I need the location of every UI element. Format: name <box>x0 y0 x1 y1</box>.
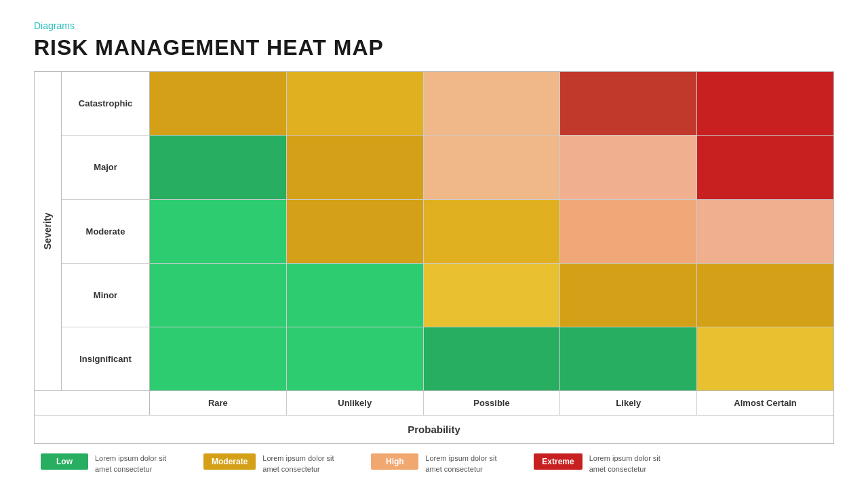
cell-4-4 <box>697 327 833 390</box>
data-grid <box>150 72 833 390</box>
legend-text-high: Lorem ipsum dolor sit amet consectetur <box>425 453 513 474</box>
cell-3-4 <box>697 264 833 327</box>
cell-0-1 <box>287 72 424 135</box>
col-header-unlikely: Unlikely <box>287 391 424 415</box>
legend-badge-moderate: Moderate <box>203 453 256 470</box>
row-label-major: Major <box>62 136 149 199</box>
legend-item-low: Low Lorem ipsum dolor sit amet consectet… <box>41 453 183 474</box>
data-row-1 <box>150 136 833 199</box>
cell-4-2 <box>424 327 561 390</box>
cell-0-0 <box>150 72 287 135</box>
cell-4-1 <box>287 327 424 390</box>
cell-2-4 <box>697 200 833 263</box>
legend-text-low: Lorem ipsum dolor sit amet consectetur <box>95 453 183 474</box>
col-header-almost-certain: Almost Certain <box>697 391 833 415</box>
col-header-spacer <box>35 391 150 415</box>
severity-label-col: Severity <box>35 72 62 390</box>
data-row-3 <box>150 264 833 327</box>
cell-4-3 <box>560 327 697 390</box>
cell-3-3 <box>560 264 697 327</box>
legend-item-high: High Lorem ipsum dolor sit amet consecte… <box>371 453 513 474</box>
legend-text-moderate: Lorem ipsum dolor sit amet consectetur <box>262 453 351 474</box>
col-headers-row: Rare Unlikely Possible Likely Almost Cer… <box>35 390 833 415</box>
legend-badge-high: High <box>371 453 418 470</box>
legend-badge-extreme: Extreme <box>534 453 582 470</box>
legend-item-moderate: Moderate Lorem ipsum dolor sit amet cons… <box>203 453 351 474</box>
row-labels-col: Catastrophic Major Moderate Minor Insign… <box>62 72 150 390</box>
cell-1-1 <box>287 136 424 199</box>
page-title: RISK MANAGEMENT HEAT MAP <box>34 35 834 60</box>
legend-badge-low: Low <box>41 453 88 470</box>
grid-area: Severity Catastrophic Major Moderate Min… <box>35 72 833 390</box>
cell-1-0 <box>150 136 287 199</box>
cell-1-2 <box>424 136 561 199</box>
row-label-moderate: Moderate <box>62 200 149 264</box>
heatmap-chart: Severity Catastrophic Major Moderate Min… <box>34 71 834 444</box>
cell-3-2 <box>424 264 561 327</box>
cell-1-3 <box>560 136 697 199</box>
row-label-insignificant: Insignificant <box>62 327 149 390</box>
severity-label: Severity <box>43 213 54 249</box>
data-row-0 <box>150 72 833 136</box>
col-headers: Rare Unlikely Possible Likely Almost Cer… <box>150 391 833 415</box>
section-label: Diagrams <box>34 20 834 31</box>
cell-4-0 <box>150 327 287 390</box>
cell-0-2 <box>424 72 561 135</box>
page: Diagrams RISK MANAGEMENT HEAT MAP Severi… <box>0 0 868 488</box>
legend-item-extreme: Extreme Lorem ipsum dolor sit amet conse… <box>534 453 677 474</box>
probability-label: Probability <box>35 415 833 443</box>
data-row-2 <box>150 200 833 264</box>
cell-0-4 <box>697 72 833 135</box>
cell-3-0 <box>150 264 287 327</box>
row-label-minor: Minor <box>62 264 149 327</box>
cell-2-0 <box>150 200 287 263</box>
cell-0-3 <box>560 72 697 135</box>
cell-3-1 <box>287 264 424 327</box>
cell-1-4 <box>697 136 833 199</box>
cell-2-3 <box>560 200 697 263</box>
col-header-likely: Likely <box>560 391 697 415</box>
col-header-rare: Rare <box>150 391 287 415</box>
cell-2-1 <box>287 200 424 263</box>
legend: Low Lorem ipsum dolor sit amet consectet… <box>34 444 834 474</box>
col-header-possible: Possible <box>424 391 561 415</box>
cell-2-2 <box>424 200 561 263</box>
row-label-catastrophic: Catastrophic <box>62 72 149 136</box>
data-row-4 <box>150 327 833 390</box>
legend-text-extreme: Lorem ipsum dolor sit amet consectetur <box>589 453 677 474</box>
